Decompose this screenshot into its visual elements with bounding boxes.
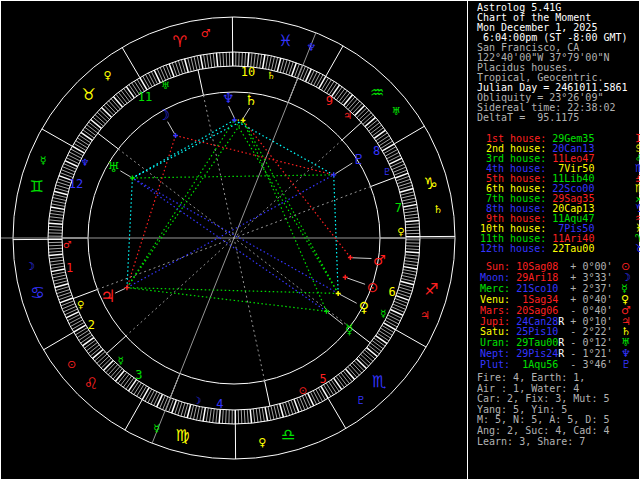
degree-tick: [68, 155, 81, 161]
aspect-line-trine: [127, 120, 243, 287]
degree-tick: [185, 59, 189, 72]
degree-tick: [382, 144, 394, 151]
aspect-line-trine: [127, 288, 338, 294]
house-row: 12th house: 22Tau00♉: [480, 244, 594, 254]
leo-ruler-icon: ⊙: [67, 358, 76, 371]
degree-tick: [372, 128, 383, 136]
degree-tick: [337, 89, 345, 100]
degree-tick: [271, 406, 274, 420]
degree-tick: [265, 407, 268, 421]
degree-tick: [405, 214, 419, 216]
mars-position-dot: [348, 255, 353, 260]
planet-row-latitude: - 3°46': [564, 359, 612, 370]
degree-tick: [92, 350, 103, 359]
degree-tick: [157, 394, 163, 407]
sagittarius-ruler-icon: ♃: [420, 309, 430, 322]
gemini-ruler-icon: ☿: [40, 154, 47, 167]
degree-tick: [271, 56, 274, 70]
house-number-6: 6: [388, 285, 395, 299]
aspect-line-trine: [132, 175, 333, 178]
degree-tick: [377, 333, 389, 341]
cancer-ruler-icon: ☽: [25, 260, 35, 273]
degree-tick: [134, 383, 142, 395]
degree-tick: [53, 278, 67, 281]
planet-row-label: Venu:: [474, 294, 510, 305]
zodiac-capricorn-icon: ♑: [423, 174, 437, 193]
degree-tick: [388, 315, 401, 321]
degree-tick: [75, 328, 87, 335]
degree-tick: [381, 141, 393, 148]
house-cusp-list: 1st house: 29Gem35♊ 2nd house: 20Can13♋ …: [480, 134, 594, 254]
degree-tick: [87, 125, 98, 134]
degree-tick: [378, 136, 390, 144]
planet-row-position: 29Ari18: [510, 272, 558, 283]
degree-tick: [226, 410, 227, 424]
degree-tick: [121, 374, 130, 385]
degree-tick: [148, 390, 154, 402]
degree-tick: [50, 213, 64, 215]
degree-tick: [207, 54, 209, 68]
degree-tick: [405, 258, 419, 260]
sign-divider: [42, 129, 72, 146]
aspect-line-square: [127, 136, 176, 288]
aspect-line-trine: [243, 120, 338, 293]
degree-tick: [99, 356, 109, 366]
degree-tick: [49, 254, 63, 255]
degree-tick: [404, 267, 418, 269]
degree-tick: [400, 189, 413, 193]
planet-row: Plut: 1Aqu56 - 3°46'♇: [474, 360, 613, 371]
degree-tick: [329, 382, 337, 394]
planet-row-latitude: + 2°37': [564, 283, 612, 294]
degree-tick: [79, 135, 91, 143]
scorpio-ruler-icon: ♇: [356, 394, 366, 407]
degree-tick: [102, 107, 112, 117]
zodiac-virgo-icon: ♍: [175, 426, 189, 445]
house-3-ruler-icon: ☿: [118, 355, 124, 366]
degree-tick: [361, 113, 371, 122]
degree-tick: [200, 407, 203, 421]
degree-tick: [154, 70, 160, 83]
degree-tick: [241, 410, 242, 424]
degree-tick: [140, 78, 147, 90]
degree-tick: [81, 132, 93, 140]
degree-tick: [187, 404, 191, 418]
house-cusp-tick: [198, 70, 203, 95]
degree-tick: [81, 335, 93, 343]
degree-tick: [277, 58, 281, 72]
degree-tick: [124, 88, 132, 99]
degree-tick: [126, 86, 134, 97]
panel-separator: [467, 0, 468, 480]
degree-tick: [216, 53, 217, 67]
degree-tick: [367, 348, 378, 357]
degree-tick: [313, 391, 319, 403]
degree-tick: [213, 53, 215, 67]
degree-tick: [160, 67, 166, 80]
degree-tick: [371, 125, 382, 134]
zodiac-leo-icon: ♌: [84, 374, 98, 393]
jupiter-position-dot: [124, 285, 129, 290]
zodiac-gemini-icon: ♊: [29, 177, 43, 196]
degree-tick: [359, 110, 369, 120]
aries-ruler-icon: ♂: [201, 27, 211, 40]
degree-tick: [403, 204, 417, 207]
degree-tick: [355, 106, 365, 116]
degree-tick: [209, 408, 211, 422]
planet-row-label: Plut:: [474, 359, 510, 370]
house-row-value: 22Tau00: [546, 243, 594, 254]
degree-tick: [193, 406, 196, 420]
degree-tick: [106, 103, 116, 113]
degree-tick: [404, 261, 418, 263]
degree-tick: [283, 60, 287, 73]
degree-tick: [269, 56, 272, 70]
moon-position-dot: [173, 133, 178, 138]
planet-row-label: Uran:: [474, 337, 510, 348]
degree-tick: [384, 147, 396, 154]
house-number-11: 11: [138, 90, 152, 104]
degree-tick: [219, 409, 220, 423]
degree-tick: [49, 217, 63, 219]
planet-row-latitude: + 0°40': [564, 294, 612, 305]
chart-header: Astrolog 5.41GChart of the MomentMon Dec…: [477, 3, 628, 123]
degree-tick: [336, 376, 344, 387]
planet-row-label: Sun:: [474, 261, 510, 272]
degree-tick: [83, 130, 94, 138]
